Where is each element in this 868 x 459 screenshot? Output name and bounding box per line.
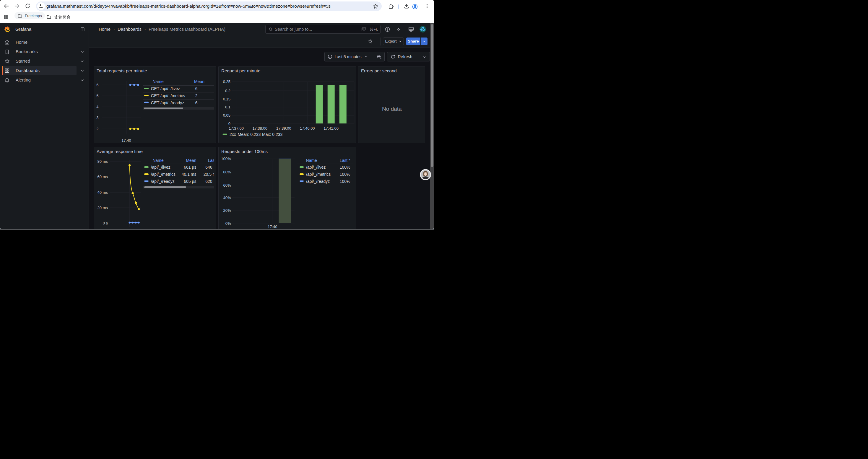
svg-text:17:41:00: 17:41:00 [323,126,339,131]
svg-text:0%: 0% [225,221,231,226]
svg-text:0.15: 0.15 [223,97,230,101]
svg-text:Max: 0.233: Max: 0.233 [262,132,282,137]
svg-text:40 ms: 40 ms [97,190,108,195]
svg-text:0.25: 0.25 [223,79,230,84]
svg-text:17:39:00: 17:39:00 [276,126,291,131]
svg-text:60%: 60% [223,183,231,188]
svg-text:17:37:00: 17:37:00 [229,126,244,131]
svg-text:6: 6 [96,83,98,87]
svg-text:80%: 80% [223,170,231,174]
svg-text:0: 0 [228,121,230,126]
svg-text:2: 2 [96,127,98,131]
svg-text:20%: 20% [223,208,231,213]
svg-text:3: 3 [96,116,98,120]
svg-text:4: 4 [96,104,98,109]
svg-text:60 ms: 60 ms [97,174,108,179]
svg-text:5: 5 [96,94,98,98]
svg-text:17:40: 17:40 [121,138,131,143]
svg-text:0.2: 0.2 [225,89,230,93]
svg-text:100%: 100% [221,157,231,161]
svg-text:40%: 40% [223,196,231,200]
svg-text:0.05: 0.05 [223,113,230,118]
svg-text:2xx: 2xx [229,132,236,137]
svg-text:80 ms: 80 ms [97,159,108,164]
svg-text:17:40:00: 17:40:00 [300,126,315,131]
svg-text:17:38:00: 17:38:00 [252,126,267,131]
svg-text:17:40: 17:40 [268,225,277,229]
svg-text:Mean: 0.233: Mean: 0.233 [238,132,261,137]
svg-text:0.1: 0.1 [225,105,230,109]
svg-text:0 s: 0 s [103,221,108,225]
svg-text:20 ms: 20 ms [97,205,108,210]
